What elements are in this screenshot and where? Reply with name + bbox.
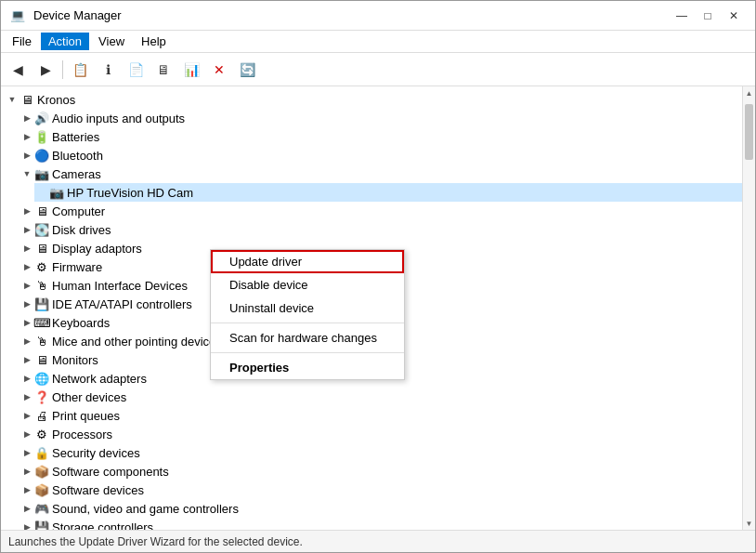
- tree-item-processors[interactable]: ▶ ⚙ Processors: [20, 425, 742, 443]
- cameras-icon: 📷: [34, 166, 49, 181]
- other-chevron: ▶: [20, 389, 34, 404]
- ctx-uninstall-device[interactable]: Uninstall device: [211, 296, 404, 320]
- scrollbar-down-button[interactable]: ▼: [743, 517, 756, 530]
- menu-file[interactable]: File: [5, 33, 39, 50]
- scrollbar-thumb[interactable]: [745, 104, 753, 160]
- hp-camera-chevron: [34, 185, 49, 200]
- title-bar: 💻 Device Manager — □ ✕: [1, 1, 755, 31]
- monitors-chevron: ▶: [20, 352, 34, 367]
- cameras-chevron: ▼: [20, 166, 34, 181]
- processors-label: Processors: [52, 428, 112, 441]
- device-manager-window: 💻 Device Manager — □ ✕ File Action View …: [0, 0, 756, 553]
- toolbar-btn-doc[interactable]: 📄: [123, 57, 149, 83]
- maximize-button[interactable]: □: [696, 7, 720, 25]
- tree-item-storage[interactable]: ▶ 💾 Storage controllers: [20, 518, 742, 530]
- firmware-label: Firmware: [52, 260, 102, 274]
- menu-help[interactable]: Help: [134, 33, 174, 50]
- toolbar-btn-chart[interactable]: 📊: [178, 57, 204, 83]
- minimize-button[interactable]: —: [670, 7, 694, 25]
- tree-item-cameras[interactable]: ▼ 📷 Cameras: [20, 165, 742, 183]
- tree-item-sw-devices[interactable]: ▶ 📦 Software devices: [20, 481, 742, 499]
- security-label: Security devices: [52, 446, 140, 460]
- processors-chevron: ▶: [20, 427, 34, 441]
- menu-bar: File Action View Help: [1, 31, 755, 53]
- toolbar-btn-remove[interactable]: ✕: [206, 57, 232, 83]
- processors-icon: ⚙: [34, 427, 49, 441]
- network-icon: 🌐: [34, 371, 49, 386]
- computer-label: Computer: [52, 204, 105, 218]
- storage-label: Storage controllers: [52, 520, 153, 531]
- tree-item-audio[interactable]: ▶ 🔊 Audio inputs and outputs: [20, 109, 742, 127]
- mice-label: Mice and other pointing devices: [52, 335, 222, 349]
- display-chevron: ▶: [20, 241, 34, 256]
- sw-components-label: Software components: [52, 465, 169, 479]
- hid-chevron: ▶: [20, 278, 34, 293]
- tree-item-security[interactable]: ▶ 🔒 Security devices: [20, 443, 742, 462]
- toolbar-separator-1: [62, 60, 63, 79]
- mice-icon: 🖱: [34, 334, 49, 349]
- ctx-properties[interactable]: Properties: [211, 356, 404, 379]
- ide-icon: 💾: [34, 296, 49, 311]
- cameras-label: Cameras: [52, 167, 101, 181]
- menu-view[interactable]: View: [91, 33, 132, 50]
- other-icon: ❓: [34, 389, 49, 404]
- scrollbar-track[interactable]: [743, 99, 755, 517]
- scrollbar[interactable]: ▲ ▼: [742, 86, 755, 530]
- ide-chevron: ▶: [20, 296, 34, 311]
- toolbar-btn-screen[interactable]: 🖥: [150, 57, 176, 83]
- print-label: Print queues: [52, 409, 120, 423]
- print-icon: 🖨: [34, 408, 49, 423]
- menu-action[interactable]: Action: [41, 33, 89, 50]
- root-chevron: ▼: [5, 92, 20, 107]
- ctx-update-driver[interactable]: Update driver: [211, 250, 404, 273]
- print-chevron: ▶: [20, 408, 34, 423]
- mice-chevron: ▶: [20, 334, 34, 349]
- toolbar-btn-properties[interactable]: 📋: [67, 57, 93, 83]
- ctx-disable-device[interactable]: Disable device: [211, 273, 404, 296]
- tree-item-bluetooth[interactable]: ▶ 🔵 Bluetooth: [20, 146, 742, 165]
- tree-root[interactable]: ▼ 🖥 Kronos: [5, 90, 742, 109]
- toolbar-btn-refresh[interactable]: 🔄: [234, 57, 260, 83]
- ctx-scan-hardware[interactable]: Scan for hardware changes: [211, 326, 404, 349]
- status-bar: Launches the Update Driver Wizard for th…: [1, 530, 755, 552]
- sound-icon: 🎮: [34, 501, 49, 516]
- bluetooth-icon: 🔵: [34, 148, 49, 163]
- storage-icon: 💾: [34, 520, 49, 530]
- hp-camera-icon: 📷: [49, 185, 64, 200]
- computer-icon: 🖥: [34, 204, 49, 218]
- main-content: ▼ 🖥 Kronos ▶ 🔊 Audio inputs and outputs …: [1, 86, 755, 530]
- firmware-chevron: ▶: [20, 259, 34, 274]
- tree-item-sound[interactable]: ▶ 🎮 Sound, video and game controllers: [20, 499, 742, 518]
- bluetooth-label: Bluetooth: [52, 149, 103, 163]
- batteries-icon: 🔋: [34, 129, 49, 144]
- display-icon: 🖥: [34, 241, 49, 256]
- tree-item-other[interactable]: ▶ ❓ Other devices: [20, 388, 742, 406]
- sw-components-icon: 📦: [34, 464, 49, 479]
- tree-item-batteries[interactable]: ▶ 🔋 Batteries: [20, 127, 742, 146]
- sound-label: Sound, video and game controllers: [52, 502, 239, 516]
- hid-label: Human Interface Devices: [52, 279, 188, 293]
- sw-devices-label: Software devices: [52, 483, 144, 497]
- tree-item-sw-components[interactable]: ▶ 📦 Software components: [20, 462, 742, 481]
- disk-chevron: ▶: [20, 222, 34, 237]
- network-chevron: ▶: [20, 371, 34, 386]
- title-bar-left: 💻 Device Manager: [10, 8, 122, 23]
- tree-item-hp-camera[interactable]: 📷 HP TrueVision HD Cam: [34, 183, 742, 202]
- forward-button[interactable]: ▶: [33, 57, 59, 83]
- firmware-icon: ⚙: [34, 259, 49, 274]
- tree-item-computer[interactable]: ▶ 🖥 Computer: [20, 202, 742, 220]
- network-label: Network adapters: [52, 372, 147, 386]
- root-label: Kronos: [37, 93, 75, 107]
- audio-label: Audio inputs and outputs: [52, 112, 185, 125]
- close-button[interactable]: ✕: [722, 7, 746, 25]
- window-title: Device Manager: [33, 8, 122, 22]
- ide-label: IDE ATA/ATAPI controllers: [52, 297, 192, 311]
- back-button[interactable]: ◀: [5, 57, 31, 83]
- scrollbar-up-button[interactable]: ▲: [743, 86, 756, 99]
- display-label: Display adaptors: [52, 242, 142, 256]
- toolbar-btn-info[interactable]: ℹ: [95, 57, 121, 83]
- ctx-separator-2: [211, 352, 404, 353]
- tree-item-print[interactable]: ▶ 🖨 Print queues: [20, 406, 742, 425]
- security-icon: 🔒: [34, 445, 49, 460]
- tree-item-disk[interactable]: ▶ 💽 Disk drives: [20, 220, 742, 239]
